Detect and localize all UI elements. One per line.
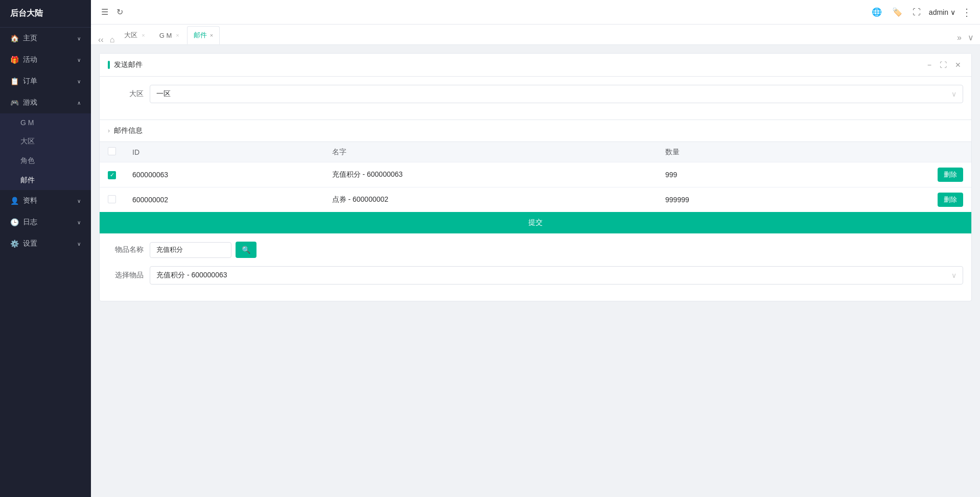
tabbar: ‹‹ ⌂ 大区 × G M × 邮件 × » ∨ [91,25,980,45]
submit-button[interactable]: 提交 [100,212,971,233]
maximize-icon[interactable]: ⛶ [938,60,949,70]
row-checkbox-0[interactable] [108,171,116,179]
home-icon: 🏠 [10,34,19,42]
sidebar-item-role[interactable]: 角色 [0,151,91,171]
sidebar-item-data[interactable]: 👤 资料 ∨ [0,190,91,211]
tab-region[interactable]: 大区 × [118,26,152,44]
panel-title-text: 发送邮件 [114,60,143,69]
cell-id-1: 600000002 [124,187,324,212]
sidebar-item-activity[interactable]: 🎁 活动 ∨ [0,49,91,70]
tab-mail-label: 邮件 [194,31,207,40]
delete-button-1[interactable]: 删除 [938,193,963,207]
sidebar-item-region[interactable]: 大区 [0,132,91,151]
tab-gm-label: G M [159,32,172,39]
sidebar-item-order[interactable]: 📋 订单 ∨ [0,70,91,92]
mail-info-header[interactable]: › 邮件信息 [100,120,971,141]
chevron-up-icon: ∧ [77,100,81,106]
settings-icon: ⚙️ [10,240,19,248]
fullscreen-icon[interactable]: ⛶ [911,6,923,19]
sidebar-label-activity: 活动 [23,55,37,64]
cell-id-0: 600000063 [124,162,324,187]
bottom-form: 物品名称 🔍 选择物品 充值积分 - 600000063 ∨ [100,233,971,301]
select-item-dropdown[interactable]: 充值积分 - 600000063 ∨ [150,266,963,285]
sidebar-label-settings: 设置 [23,239,37,248]
cell-action-1: 删除 [811,187,971,212]
sidebar-item-settings[interactable]: ⚙️ 设置 ∨ [0,233,91,254]
chevron-down-icon: ∨ [77,241,81,247]
sidebar-item-game[interactable]: 🎮 游戏 ∧ [0,92,91,113]
panel-title: 发送邮件 [108,60,143,69]
close-icon[interactable]: ✕ [953,60,963,70]
chevron-down-icon: ∨ [951,90,956,98]
table-row: 600000063 充值积分 - 600000063 999 删除 [100,162,971,187]
sidebar-item-mail[interactable]: 邮件 [0,171,91,190]
region-section: 大区 一区 ∨ [100,77,971,120]
item-name-label: 物品名称 [108,245,144,254]
region-select[interactable]: 一区 ∨ [150,85,963,103]
chevron-down-icon: ∨ [951,271,956,279]
sidebar-label-data: 资料 [23,196,37,205]
tab-close-icon[interactable]: × [210,32,213,38]
mail-info-section: › 邮件信息 [100,120,971,142]
order-icon: 📋 [10,77,19,85]
region-label: 大区 [108,89,144,99]
row-checkbox-1[interactable] [108,195,116,203]
cell-name-1: 点券 - 600000002 [324,187,657,212]
col-name: 名字 [324,142,657,162]
panel-header: 发送邮件 − ⛶ ✕ [100,54,971,77]
globe-icon[interactable]: 🌐 [870,5,884,19]
tab-mail[interactable]: 邮件 × [187,26,220,44]
log-icon: 🕒 [10,218,19,226]
tab-nav-right-icon[interactable]: » [955,31,964,44]
data-icon: 👤 [10,197,19,205]
title-bar-decoration [108,61,110,69]
sidebar: 后台大陆 🏠 主页 ∨ 🎁 活动 ∨ 📋 订单 ∨ 🎮 游戏 ∧ G M [0,0,91,497]
col-quantity: 数量 [657,142,811,162]
chevron-down-icon: ∨ [77,36,81,41]
username-label: admin [929,8,948,16]
search-icon: 🔍 [242,246,250,254]
tab-list-icon[interactable]: ∨ [966,31,976,44]
game-submenu: G M 大区 角色 邮件 [0,113,91,190]
select-item-value: 充值积分 - 600000063 [156,271,227,280]
select-all-checkbox[interactable] [108,147,116,155]
sidebar-item-gm[interactable]: G M [0,113,91,132]
sidebar-item-log[interactable]: 🕒 日志 ∨ [0,211,91,233]
main-area: ☰ ↻ 🌐 🏷️ ⛶ admin ∨ ⋮ ‹‹ ⌂ 大区 × G M × 邮件 … [91,0,980,497]
chevron-down-icon: ∨ [77,198,81,204]
topbar-left: ☰ ↻ [99,5,125,19]
sidebar-item-home[interactable]: 🏠 主页 ∨ [0,28,91,49]
send-mail-panel: 发送邮件 − ⛶ ✕ 大区 一区 ∨ [99,53,972,301]
item-name-input[interactable] [150,242,231,258]
menu-toggle-icon[interactable]: ☰ [99,5,110,19]
user-menu[interactable]: admin ∨ [929,8,955,16]
tab-nav-home-icon[interactable]: ⌂ [107,35,118,44]
sidebar-label-game: 游戏 [23,98,37,107]
cell-quantity-1: 999999 [657,187,811,212]
cell-quantity-0: 999 [657,162,811,187]
collapse-arrow-icon: › [108,127,110,134]
delete-button-0[interactable]: 删除 [938,168,963,182]
select-item-label: 选择物品 [108,271,144,280]
more-options-icon[interactable]: ⋮ [962,6,972,18]
col-id: ID [124,142,324,162]
minimize-icon[interactable]: − [925,60,934,70]
select-item-row: 选择物品 充值积分 - 600000063 ∨ [108,266,963,285]
tag-icon[interactable]: 🏷️ [890,5,904,19]
chevron-down-icon: ∨ [950,8,955,16]
search-button[interactable]: 🔍 [236,242,256,258]
tab-nav-prev-icon[interactable]: ‹‹ [95,35,107,44]
item-search-wrap: 🔍 [150,242,256,258]
table-row: 600000002 点券 - 600000002 999999 删除 [100,187,971,212]
chevron-down-icon: ∨ [77,79,81,84]
content-area: 发送邮件 − ⛶ ✕ 大区 一区 ∨ [91,45,980,497]
submit-label: 提交 [528,218,543,226]
refresh-icon[interactable]: ↻ [114,5,125,19]
topbar: ☰ ↻ 🌐 🏷️ ⛶ admin ∨ ⋮ [91,0,980,25]
app-logo: 后台大陆 [0,0,91,28]
chevron-down-icon: ∨ [77,220,81,225]
topbar-right: 🌐 🏷️ ⛶ admin ∨ ⋮ [870,5,972,19]
tab-gm[interactable]: G M × [153,26,187,44]
sidebar-label-log: 日志 [23,218,37,227]
col-action [811,142,971,162]
